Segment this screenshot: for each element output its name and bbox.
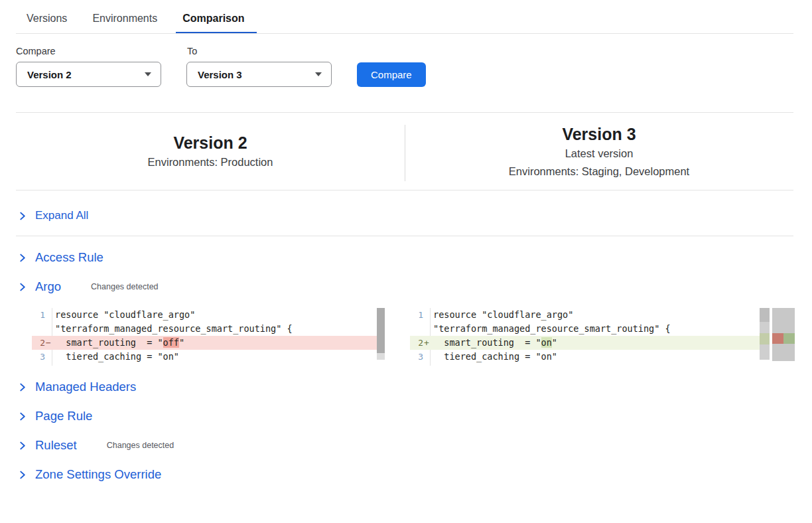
code-text: resource "cloudflare_argo": [430, 308, 760, 322]
right-version-header: Version 3 Latest version Environments: S…: [405, 124, 793, 181]
diff-sign: [45, 364, 52, 366]
code-text: "terraform_managed_resource_smart_routin…: [52, 322, 377, 336]
section-ruleset[interactable]: Ruleset Changes detected: [18, 437, 793, 453]
diff-line: "terraform_managed_resource_smart_routin…: [32, 322, 377, 336]
left-version-environments: Environments: Production: [16, 153, 405, 171]
code-text: smart_routing = "off": [52, 336, 377, 350]
code-text: tiered_caching = "on": [430, 350, 760, 364]
scrollbar-added-mark: [760, 333, 770, 344]
to-version-select[interactable]: Version 3: [186, 62, 332, 87]
line-number: 3: [410, 350, 423, 364]
chevron-right-icon: [18, 412, 27, 421]
chevron-right-icon: [18, 212, 27, 220]
section-argo[interactable]: Argo Changes detected: [18, 279, 793, 295]
left-version-header: Version 2 Environments: Production: [16, 124, 405, 181]
changes-detected-badge: Changes detected: [107, 441, 174, 450]
diff-line: "terraform_managed_resource_smart_routin…: [410, 322, 760, 336]
section-zone-settings-override[interactable]: Zone Settings Override: [18, 467, 793, 483]
diff-line: 2+ smart_routing = "on": [410, 336, 760, 350]
scrollbar-vertical[interactable]: [760, 308, 770, 360]
line-number: [410, 364, 423, 366]
diff-line: 1resource "cloudflare_argo": [32, 308, 377, 322]
chevron-right-icon: [18, 283, 27, 291]
diff-line: 2− smart_routing = "off": [32, 336, 377, 350]
scrollbar-thumb[interactable]: [377, 308, 385, 353]
diff-code-left: 1resource "cloudflare_argo""terraform_ma…: [32, 308, 377, 366]
diff-sign: [45, 308, 52, 322]
chevron-right-icon: [18, 254, 27, 262]
line-number: [410, 322, 423, 336]
section-access-rule[interactable]: Access Rule: [18, 250, 793, 265]
divider: [16, 190, 793, 190]
section-label: Access Rule: [35, 250, 103, 265]
compare-from-label: Compare: [16, 46, 187, 56]
diff-line: 3 tiered_caching = "on": [410, 350, 760, 364]
section-page-rule[interactable]: Page Rule: [18, 408, 793, 424]
diff-panel-left: 1resource "cloudflare_argo""terraform_ma…: [32, 308, 387, 366]
line-number: [32, 364, 45, 366]
code-text: tiered_caching = "on": [52, 350, 377, 364]
code-text: }: [52, 364, 377, 366]
compare-button[interactable]: Compare: [357, 62, 426, 87]
line-number: 3: [32, 350, 45, 364]
line-number: 1: [410, 308, 423, 322]
diff-sign: [423, 350, 430, 364]
diff-sign: [423, 308, 430, 322]
diff-code-right: 1resource "cloudflare_argo""terraform_ma…: [410, 308, 760, 366]
diff-sign: [423, 364, 430, 366]
tabs: Versions Environments Comparison: [27, 13, 793, 34]
minimap-added-mark: [783, 333, 795, 344]
from-version-value: Version 2: [27, 69, 72, 80]
tabbar-divider: [16, 33, 793, 34]
tab-bar: Versions Environments Comparison: [0, 0, 812, 34]
diff-sign: +: [423, 336, 430, 350]
chevron-right-icon: [18, 383, 27, 392]
to-version-value: Version 3: [198, 69, 242, 80]
tab-comparison[interactable]: Comparison: [182, 13, 244, 34]
diff-line: }: [32, 364, 377, 366]
line-number: 2: [32, 336, 45, 350]
header-vertical-divider: [405, 125, 405, 181]
scrollbar-vertical[interactable]: [377, 308, 385, 360]
right-version-title: Version 3: [405, 124, 793, 145]
diff-sign: [45, 350, 52, 364]
section-label: Ruleset: [35, 438, 77, 453]
comparison-headers: Version 2 Environments: Production Versi…: [16, 113, 793, 190]
diff-overview-ruler[interactable]: [772, 308, 795, 361]
section-label: Managed Headers: [35, 380, 136, 394]
from-version-select[interactable]: Version 2: [16, 62, 161, 87]
compare-controls: Compare To Version 2 Version 3 Compare: [0, 34, 812, 87]
compare-to-label: To: [187, 46, 197, 56]
chevron-right-icon: [18, 471, 27, 479]
section-label: Zone Settings Override: [35, 467, 161, 482]
diff-sign: [45, 322, 52, 336]
chevron-right-icon: [18, 441, 27, 450]
expand-all-label: Expand All: [35, 209, 88, 222]
tab-environments[interactable]: Environments: [92, 13, 157, 34]
minimap-removed-mark: [772, 333, 783, 344]
argo-diff-view: 1resource "cloudflare_argo""terraform_ma…: [32, 308, 812, 366]
diff-sign: −: [45, 336, 52, 350]
chevron-down-icon: [145, 72, 151, 76]
section-label: Page Rule: [35, 409, 92, 423]
tab-versions[interactable]: Versions: [27, 13, 67, 34]
section-label: Argo: [35, 279, 61, 294]
code-text: smart_routing = "on": [430, 336, 760, 350]
diff-line: 1resource "cloudflare_argo": [410, 308, 760, 322]
diff-panel-right: 1resource "cloudflare_argo""terraform_ma…: [410, 308, 795, 366]
section-managed-headers[interactable]: Managed Headers: [18, 379, 793, 395]
chevron-down-icon: [315, 72, 322, 76]
expand-all-button[interactable]: Expand All: [18, 208, 793, 224]
code-text: resource "cloudflare_argo": [52, 308, 377, 322]
line-number: 1: [32, 308, 45, 322]
diff-line: }: [410, 364, 760, 366]
diff-sign: [423, 322, 430, 336]
right-version-latest-label: Latest version: [405, 145, 793, 163]
divider: [16, 236, 793, 236]
code-text: "terraform_managed_resource_smart_routin…: [430, 322, 760, 336]
scrollbar-thumb[interactable]: [760, 308, 770, 322]
diff-line: 3 tiered_caching = "on": [32, 350, 377, 364]
line-number: 2: [410, 336, 423, 350]
changes-detected-badge: Changes detected: [91, 282, 158, 291]
left-version-title: Version 2: [16, 133, 405, 153]
